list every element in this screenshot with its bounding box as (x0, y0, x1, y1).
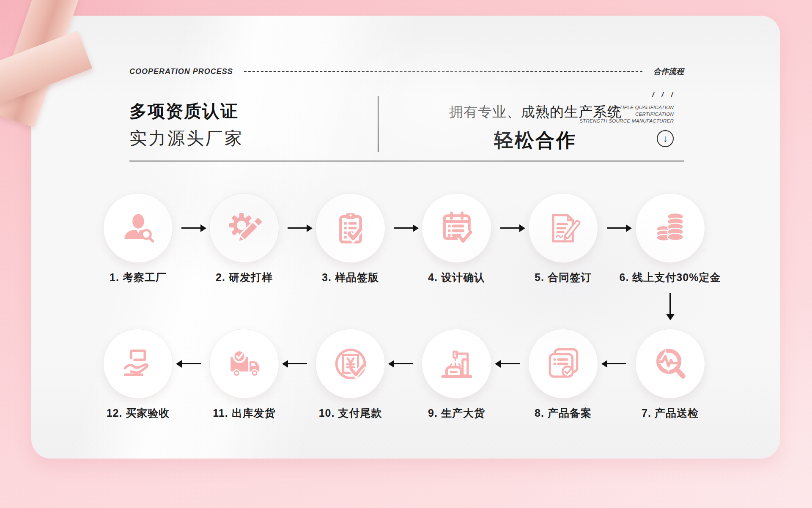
flow-arrow-right-icon (181, 227, 201, 229)
delivery-truck-icon (226, 346, 263, 382)
flow-arrow-left-icon (288, 363, 307, 364)
flow-arrow-down-icon (669, 293, 671, 315)
step-label: 12. 买家验收 (107, 406, 170, 420)
flow-arrow-left-icon (500, 363, 520, 364)
step-label: 6. 线上支付30%定金 (620, 270, 721, 284)
step-circle (635, 193, 705, 263)
production-machine-icon (439, 346, 475, 382)
step-label: 4. 设计确认 (428, 270, 485, 284)
gear-pencil-icon (226, 210, 263, 246)
step-label: 11. 出库发货 (213, 406, 275, 420)
step-circle (315, 329, 385, 399)
flow-arrow-right-icon (394, 227, 413, 229)
step-label: 8. 产品备案 (535, 406, 592, 420)
clipboard-check-icon (333, 210, 368, 246)
coins-icon (652, 210, 689, 246)
process-step: 12. 买家验收 (103, 329, 173, 399)
step-circle (635, 329, 705, 399)
step-label: 1. 考察工厂 (110, 270, 167, 284)
step-circle (103, 329, 173, 399)
step-circle (209, 193, 279, 263)
step-circle (422, 329, 491, 399)
calendar-check-icon (439, 210, 475, 246)
process-step: 10. 支付尾款 (315, 329, 385, 399)
step-label: 5. 合同签订 (535, 270, 592, 284)
step-circle (528, 329, 598, 399)
process-step: 1. 考察工厂 (103, 193, 173, 263)
process-step: 9. 生产大货 (422, 329, 491, 399)
flow-arrow-left-icon (607, 363, 626, 364)
step-label: 2. 研发打样 (216, 270, 273, 284)
process-step: 4. 设计确认 (422, 193, 491, 263)
process-step: 7. 产品送检 (635, 329, 705, 399)
step-circle (315, 193, 385, 263)
process-step: 3. 样品签版 (315, 193, 385, 263)
person-search-icon (120, 210, 156, 246)
process-step: 6. 线上支付30%定金 (635, 193, 705, 263)
step-label: 10. 支付尾款 (319, 406, 382, 420)
contract-sign-icon (545, 210, 582, 246)
step-label: 3. 样品签版 (322, 270, 379, 284)
process-flow: 1. 考察工厂 (31, 16, 780, 459)
step-circle (103, 193, 173, 263)
step-label: 9. 生产大货 (428, 406, 485, 420)
documents-check-icon (545, 346, 582, 382)
yen-payment-icon (332, 345, 369, 382)
process-step: 5. 合同签订 (528, 193, 598, 263)
magnifier-wave-icon (652, 346, 689, 382)
step-circle (528, 193, 598, 263)
step-circle (422, 193, 491, 263)
flow-arrow-left-icon (394, 363, 413, 364)
step-label: 7. 产品送检 (642, 406, 699, 420)
flow-arrow-right-icon (607, 227, 626, 229)
flow-arrow-right-icon (288, 227, 307, 229)
flow-arrow-left-icon (181, 363, 201, 364)
step-circle (209, 329, 279, 399)
hand-receive-icon (120, 346, 156, 382)
page-background: { "header": { "process_label_en": "COOPE… (0, 0, 812, 508)
flow-arrow-right-icon (500, 227, 520, 229)
content-card: COOPERATION PROCESS 合作流程 多项资质认证 实力源头厂家 拥… (31, 16, 780, 459)
process-step: 8. 产品备案 (528, 329, 598, 399)
process-step: 11. 出库发货 (209, 329, 279, 399)
process-step: 2. 研发打样 (209, 193, 279, 263)
